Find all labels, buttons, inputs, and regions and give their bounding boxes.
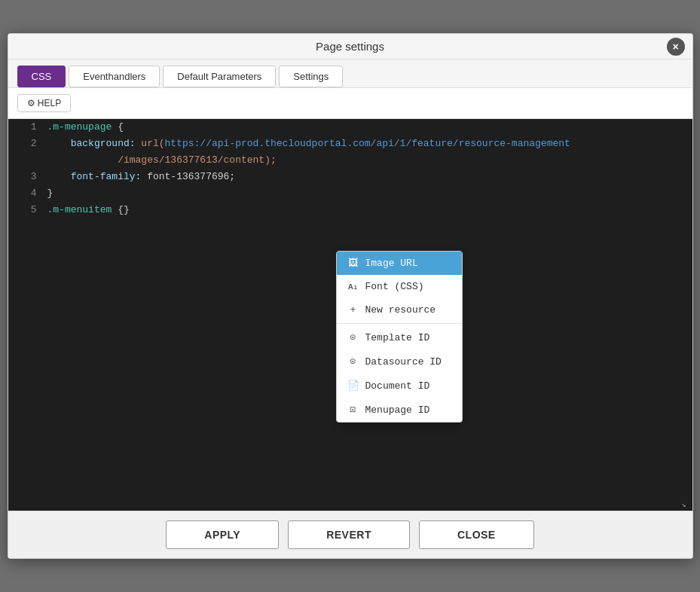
dropdown-item-document-id[interactable]: 📄 Document ID: [337, 374, 462, 398]
tabs-bar: CSS Eventhandlers Default Parameters Set…: [8, 60, 692, 88]
close-button[interactable]: CLOSE: [419, 520, 534, 549]
context-dropdown: 🖼 Image URL A₁ Font (CSS) + New resource…: [336, 251, 463, 423]
document-id-icon: 📄: [347, 380, 359, 392]
modal-header: Page settings ×: [8, 34, 692, 60]
datasource-id-icon: ⊙: [347, 356, 359, 368]
modal-title: Page settings: [316, 40, 384, 53]
code-line-2: 2 background: url(https://api-prod.thecl…: [8, 136, 692, 152]
modal-footer: APPLY REVERT CLOSE: [8, 511, 692, 558]
dropdown-item-font-css[interactable]: A₁ Font (CSS): [337, 275, 462, 298]
tab-settings[interactable]: Settings: [279, 66, 343, 87]
apply-button[interactable]: APPLY: [166, 520, 279, 549]
new-resource-icon: +: [347, 304, 359, 316]
dropdown-divider: [337, 323, 462, 324]
dropdown-item-image-url[interactable]: 🖼 Image URL: [337, 252, 462, 275]
code-line-4: 4 }: [8, 185, 692, 202]
image-url-icon: 🖼: [347, 258, 359, 269]
dropdown-item-template-id[interactable]: ⊙ Template ID: [337, 325, 462, 349]
template-id-icon: ⊙: [347, 331, 359, 343]
modal-overlay: Page settings × CSS Eventhandlers Defaul…: [0, 0, 700, 592]
revert-button[interactable]: REVERT: [288, 520, 410, 549]
tab-css[interactable]: CSS: [17, 66, 66, 87]
dropdown-item-new-resource[interactable]: + New resource: [337, 298, 462, 322]
font-css-icon: A₁: [347, 282, 359, 291]
tab-default-parameters[interactable]: Default Parameters: [163, 66, 276, 87]
menupage-id-icon: ⊡: [347, 404, 359, 416]
code-line-2b: /images/136377613/content);: [8, 152, 692, 169]
resize-handle[interactable]: ↘: [682, 500, 691, 509]
code-line-5: 5 .m-menuitem {}: [8, 202, 692, 218]
dropdown-item-menupage-id[interactable]: ⊡ Menupage ID: [337, 398, 462, 422]
help-bar: ⚙ HELP: [8, 88, 692, 119]
code-line-1: 1 .m-menupage {: [8, 119, 692, 136]
modal-close-button[interactable]: ×: [667, 38, 685, 56]
dropdown-item-datasource-id[interactable]: ⊙ Datasource ID: [337, 349, 462, 374]
help-button[interactable]: ⚙ HELP: [17, 94, 72, 112]
tab-eventhandlers[interactable]: Eventhandlers: [69, 66, 160, 87]
code-editor[interactable]: 1 .m-menupage { 2 background: url(https:…: [8, 119, 692, 511]
code-line-3: 3 font-family: font-136377696;: [8, 169, 692, 185]
page-settings-modal: Page settings × CSS Eventhandlers Defaul…: [8, 33, 693, 559]
